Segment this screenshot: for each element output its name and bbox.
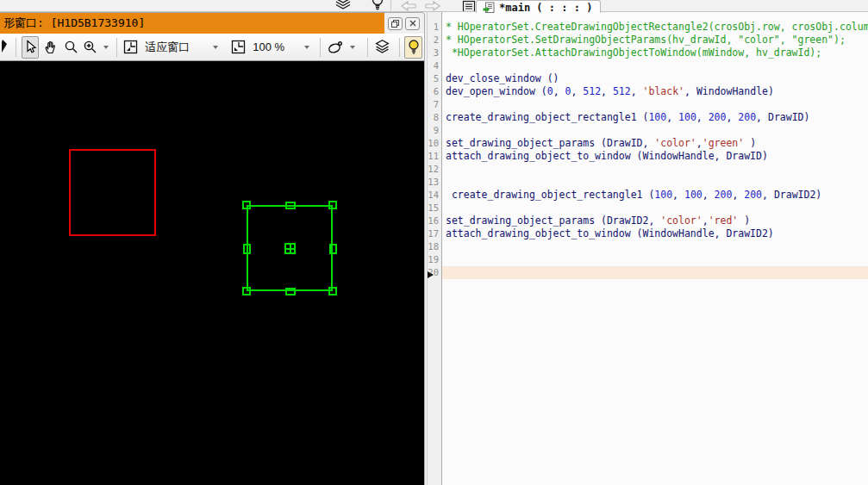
code-line[interactable]: 15 (428, 202, 868, 215)
toolbar-separator (16, 38, 16, 57)
zoom-level-caret[interactable] (304, 46, 309, 49)
code-text: create_drawing_object_rectangle1 (100, 1… (442, 111, 868, 124)
code-line[interactable]: 18 (428, 240, 868, 253)
tab-main-program[interactable]: *main ( : : : ) (476, 0, 601, 13)
program-editor[interactable]: 1* HOperatorSet.CreateDrawingObjectRecta… (427, 12, 868, 485)
line-number[interactable]: 15 (428, 202, 442, 215)
code-line[interactable]: 5dev_close_window () (428, 72, 868, 85)
code-text (442, 124, 868, 137)
graphics-window-titlebar[interactable]: 形窗口: [H1D5B1733910] (0, 13, 424, 34)
line-number[interactable]: 16 (428, 215, 442, 227)
fit-window-icon[interactable] (122, 36, 139, 59)
toolbar-separator (320, 38, 321, 57)
code-text (442, 240, 868, 253)
layers-icon[interactable] (334, 0, 353, 11)
code-line[interactable]: 8create_drawing_object_rectangle1 (100, … (428, 111, 868, 124)
code-line[interactable]: 10set_drawing_object_params (DrawID, 'co… (428, 137, 868, 150)
pen-icon[interactable] (2, 37, 10, 58)
line-number[interactable]: 12 (428, 163, 442, 176)
green-rectangle-drawing-object[interactable] (247, 205, 333, 291)
code-line[interactable]: 1* HOperatorSet.CreateDrawingObjectRecta… (428, 21, 868, 34)
code-text: * HOperatorSet.CreateDrawingObjectRectan… (442, 21, 868, 34)
zoom-dropdown-caret[interactable] (103, 46, 109, 49)
line-number[interactable]: 13 (428, 176, 442, 189)
move-handle-center[interactable] (284, 243, 296, 254)
layers-button[interactable] (373, 36, 391, 59)
forward-arrow-icon[interactable] (424, 1, 441, 11)
code-text: dev_close_window () (442, 72, 868, 85)
resize-handle-middle-left[interactable] (243, 244, 251, 254)
code-line[interactable]: 6dev_open_window (0, 0, 512, 512, 'black… (428, 85, 868, 98)
line-number[interactable]: 20 (428, 266, 442, 279)
line-number[interactable]: 5 (428, 72, 442, 85)
code-text (442, 163, 868, 176)
line-number[interactable]: 6 (428, 85, 442, 98)
lamp-icon[interactable] (368, 0, 387, 11)
line-number[interactable]: 4 (428, 59, 442, 72)
code-line[interactable]: 19 (428, 253, 868, 266)
zoom-level-value[interactable]: 100 % (253, 40, 284, 53)
code-text: * HOperatorSet.SetDrawingObjectParams(hv… (442, 34, 868, 47)
resize-handle-top-middle[interactable] (285, 202, 296, 209)
graphics-canvas[interactable] (0, 61, 424, 485)
back-arrow-icon[interactable] (400, 1, 417, 11)
zoom-in-button[interactable] (82, 36, 98, 59)
resize-handle-top-left[interactable] (242, 201, 251, 209)
code-text (442, 202, 868, 215)
code-line[interactable]: 4 (428, 59, 868, 72)
fit-window-caret[interactable] (213, 46, 218, 49)
toolbar-separator (367, 38, 368, 57)
code-line[interactable]: 9 (428, 124, 868, 137)
red-rectangle-drawing-object[interactable] (69, 149, 156, 236)
close-window-button[interactable] (405, 17, 420, 30)
code-line[interactable]: 16set_drawing_object_params (DrawID2, 'c… (428, 215, 868, 227)
restore-window-button[interactable] (388, 17, 403, 30)
code-text (442, 266, 868, 279)
code-line[interactable]: 12 (428, 163, 868, 176)
code-text (442, 253, 868, 266)
line-number[interactable]: 14 (428, 189, 442, 202)
resize-handle-bottom-middle[interactable] (285, 288, 296, 295)
pan-hand-button[interactable] (41, 36, 59, 59)
code-line[interactable]: 7 (428, 98, 868, 111)
program-list-icon[interactable] (462, 0, 476, 12)
line-number[interactable]: 10 (428, 137, 442, 150)
code-line[interactable]: 17attach_drawing_object_to_window (Windo… (428, 227, 868, 240)
resize-handle-bottom-right[interactable] (328, 287, 337, 295)
line-number[interactable]: 11 (428, 150, 442, 163)
code-text (442, 59, 868, 72)
zoom-level-icon[interactable] (230, 36, 247, 59)
ellipse-tool-icon[interactable] (326, 36, 345, 59)
code-text: attach_drawing_object_to_window (WindowH… (442, 227, 868, 240)
code-line[interactable]: 2* HOperatorSet.SetDrawingObjectParams(h… (428, 34, 868, 47)
toolbar-separator (116, 38, 117, 57)
line-number[interactable]: 19 (428, 253, 442, 266)
line-number[interactable]: 1 (428, 21, 442, 34)
shape-dropdown-caret[interactable] (350, 46, 355, 49)
window-buttons (384, 13, 424, 34)
magnifier-icon[interactable] (62, 36, 80, 59)
line-number[interactable]: 8 (428, 111, 442, 124)
instruction-pointer-icon (428, 271, 434, 278)
line-number[interactable]: 7 (428, 98, 442, 111)
code-line[interactable]: 11attach_drawing_object_to_window (Windo… (428, 150, 868, 163)
line-number[interactable]: 2 (428, 34, 442, 47)
line-number[interactable]: 9 (428, 124, 442, 137)
line-number[interactable]: 3 (428, 47, 442, 59)
code-line[interactable]: 13 (428, 176, 868, 189)
fit-window-label[interactable]: 适应窗口 (145, 40, 190, 55)
select-cursor-button[interactable] (22, 36, 40, 59)
code-line[interactable]: 14 create_drawing_object_rectangle1 (100… (428, 189, 868, 202)
code-text (442, 98, 868, 111)
resize-handle-bottom-left[interactable] (242, 287, 251, 295)
code-line[interactable]: 3 *HOperatorSet.AttachDrawingObjectToWin… (428, 47, 868, 59)
code-line[interactable]: 20 (428, 266, 868, 279)
lamp-button[interactable] (404, 36, 422, 59)
toolbar-separator (399, 38, 400, 57)
line-number[interactable]: 17 (428, 227, 442, 240)
resize-handle-middle-right[interactable] (329, 244, 337, 254)
line-number[interactable]: 18 (428, 240, 442, 253)
code-text: set_drawing_object_params (DrawID, 'colo… (442, 137, 868, 150)
code-text: set_drawing_object_params (DrawID2, 'col… (442, 215, 868, 227)
resize-handle-top-right[interactable] (328, 201, 337, 209)
